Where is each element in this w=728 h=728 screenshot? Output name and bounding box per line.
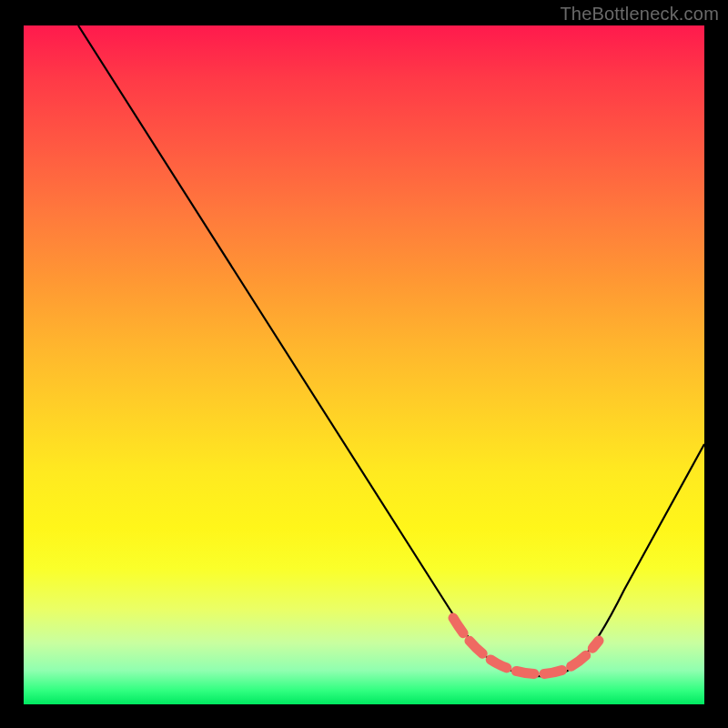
curve-svg [24,25,704,704]
plot-area [24,25,704,704]
bottleneck-curve [78,25,704,676]
watermark-text: TheBottleneck.com [560,4,719,25]
flat-zone-marker [453,618,599,674]
